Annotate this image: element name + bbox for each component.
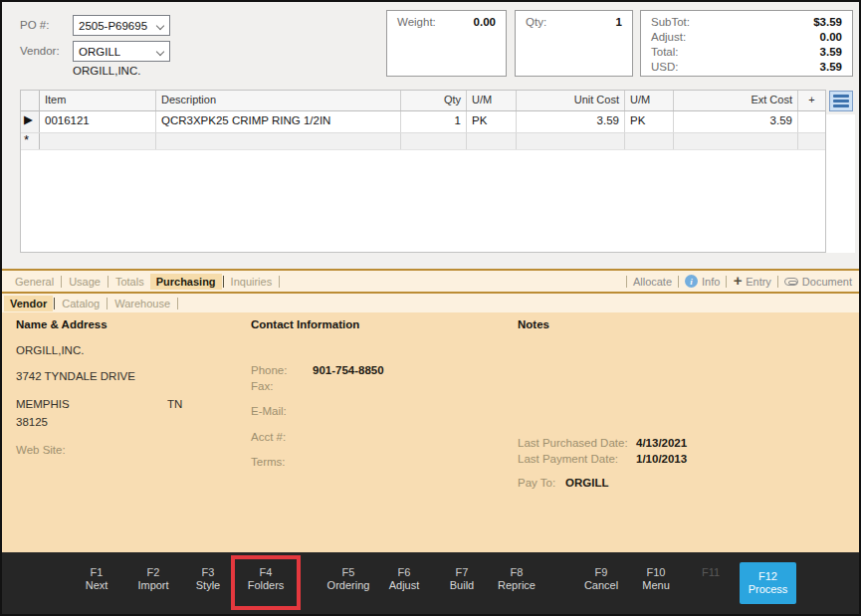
document-button[interactable]: Document (784, 276, 852, 288)
adjust-label: Adjust: (651, 30, 686, 45)
column-header-description[interactable]: Description (156, 91, 401, 110)
tab-general[interactable]: General (9, 274, 60, 290)
sub-tabs: Vendor Catalog Warehouse (2, 294, 859, 312)
phone-label: Phone: (251, 364, 287, 376)
vendor-full-name: ORGILL,INC. (73, 65, 140, 77)
column-header-ext-cost[interactable]: Ext Cost (674, 91, 798, 110)
weight-label: Weight: (397, 15, 436, 30)
notes-title: Notes (518, 318, 549, 330)
name-address-title: Name & Address (16, 318, 108, 330)
column-header-item[interactable]: Item (40, 91, 156, 110)
purchase-order-window: PO #: 2505-P69695 Vendor: ORGILL ORGILL,… (0, 0, 861, 616)
vendor-zip: 38125 (16, 416, 48, 428)
po-number-value: 2505-P69695 (79, 20, 147, 32)
new-cell-qty[interactable] (401, 133, 467, 149)
usd-label: USD: (651, 60, 678, 75)
acct-label: Acct #: (251, 431, 286, 443)
function-key-bar: F1Next F2Import F3Style F4Folders F5Orde… (2, 552, 859, 614)
column-header-um2[interactable]: U/M (625, 91, 674, 110)
subtab-warehouse[interactable]: Warehouse (108, 296, 176, 311)
qty-box: Qty: 1 (515, 10, 633, 77)
vendor-value: ORGILL (79, 46, 120, 58)
new-cell-ext-cost[interactable] (674, 133, 798, 149)
info-button[interactable]: Info (685, 275, 720, 288)
contact-title: Contact Information (251, 318, 359, 330)
new-cell-add[interactable] (798, 133, 825, 149)
website-label: Web Site: (16, 444, 66, 456)
total-value: 3.59 (820, 45, 842, 60)
fax-label: Fax: (251, 380, 273, 392)
po-number-select[interactable]: 2505-P69695 (73, 15, 170, 36)
grid-right-margin (826, 114, 855, 253)
cell-add[interactable] (798, 111, 825, 132)
new-cell-um2[interactable] (625, 133, 674, 149)
cell-qty[interactable]: 1 (401, 111, 467, 132)
vendor-label: Vendor: (20, 45, 60, 57)
vendor-street: 3742 TYNDALE DRIVE (16, 370, 135, 382)
qty-value: 1 (616, 15, 622, 30)
tab-totals[interactable]: Totals (109, 274, 150, 290)
vendor-panel: Name & Address ORGILL,INC. 3742 TYNDALE … (2, 312, 859, 552)
subtotal-label: SubTot: (651, 15, 690, 30)
pay-to-label: Pay To: (518, 477, 555, 489)
allocate-button[interactable]: Allocate (633, 276, 672, 288)
po-number-label: PO #: (20, 19, 49, 31)
cell-description[interactable]: QCR3XPK25 CRIMP RING 1/2IN (156, 111, 401, 132)
total-label: Total: (651, 45, 679, 60)
vendor-company: ORGILL,INC. (16, 344, 84, 356)
vendor-city: MEMPHIS (16, 398, 70, 410)
tab-inquiries[interactable]: Inquiries (225, 274, 279, 290)
qty-label: Qty: (526, 15, 546, 30)
column-header-unit-cost[interactable]: Unit Cost (517, 91, 625, 110)
last-payment-label: Last Payment Date: (518, 453, 618, 465)
new-cell-unit-cost[interactable] (517, 133, 625, 149)
last-payment-value: 1/10/2013 (636, 453, 687, 465)
new-row-marker-icon: * (21, 133, 40, 149)
column-header-um[interactable]: U/M (467, 91, 517, 110)
top-panel: PO #: 2505-P69695 Vendor: ORGILL ORGILL,… (2, 2, 859, 88)
adjust-value: 0.00 (820, 30, 842, 45)
weight-box: Weight: 0.00 (386, 10, 507, 77)
grid-menu-button[interactable] (829, 91, 853, 111)
fkey-f12-process[interactable]: F12Process (740, 562, 796, 604)
items-grid: Item Description Qty U/M Unit Cost U/M E… (20, 90, 826, 253)
weight-value: 0.00 (474, 15, 496, 30)
tab-usage[interactable]: Usage (63, 274, 107, 290)
cell-ext-cost[interactable]: 3.59 (674, 111, 798, 132)
cell-unit-cost[interactable]: 3.59 (517, 111, 625, 132)
fkey-f4-folders[interactable]: F4Folders (232, 566, 300, 592)
subtab-catalog[interactable]: Catalog (56, 296, 106, 311)
cell-um[interactable]: PK (467, 111, 517, 132)
row-selector-header (21, 91, 40, 110)
last-purchased-label: Last Purchased Date: (518, 437, 628, 449)
plus-icon (733, 276, 742, 288)
new-cell-item[interactable] (40, 133, 156, 149)
grid-new-row[interactable]: * (21, 133, 825, 150)
subtab-vendor[interactable]: Vendor (4, 296, 53, 311)
entry-button[interactable]: Entry (733, 276, 770, 288)
chevron-down-icon (156, 22, 164, 30)
new-cell-um[interactable] (467, 133, 517, 149)
vendor-state: TN (167, 398, 182, 410)
tab-purchasing[interactable]: Purchasing (150, 274, 222, 290)
fkey-f11: F11 (677, 566, 745, 579)
totals-box: SubTot: $3.59 Adjust: 0.00 Total: 3.59 U… (640, 10, 853, 77)
new-cell-description[interactable] (156, 133, 401, 149)
cell-um2[interactable]: PK (625, 111, 674, 132)
column-header-qty[interactable]: Qty (401, 91, 467, 110)
column-header-add[interactable]: + (798, 91, 825, 110)
usd-value: 3.59 (820, 60, 842, 75)
menu-icon (833, 95, 849, 98)
main-tabs: General Usage Totals Purchasing Inquirie… (2, 271, 859, 292)
phone-value: 901-754-8850 (313, 364, 384, 376)
email-label: E-Mail: (251, 405, 287, 417)
pay-to-value: ORGILL (565, 477, 608, 489)
grid-toolbar: Allocate Info Entry Document (625, 275, 859, 288)
vendor-select[interactable]: ORGILL (73, 41, 170, 62)
grid-row-item[interactable]: ▶ 0016121 QCR3XPK25 CRIMP RING 1/2IN 1 P… (21, 111, 825, 133)
chevron-down-icon (156, 48, 164, 56)
fkey-f8-reprice[interactable]: F8Reprice (483, 566, 550, 592)
subtotal-value: $3.59 (813, 15, 842, 30)
cell-item[interactable]: 0016121 (40, 111, 156, 132)
last-purchased-value: 4/13/2021 (636, 437, 687, 449)
